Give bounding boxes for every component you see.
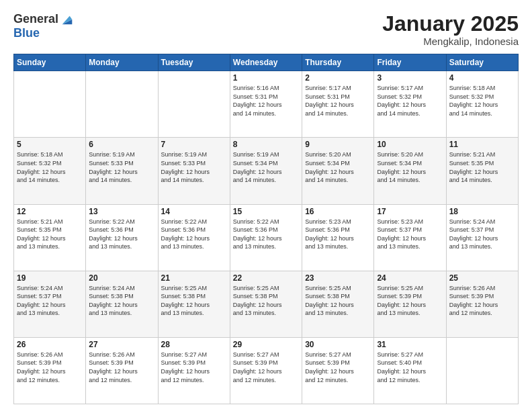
day-number: 24 (377, 273, 443, 283)
table-row: 7Sunrise: 5:19 AM Sunset: 5:33 PM Daylig… (158, 138, 230, 204)
table-row: 3Sunrise: 5:17 AM Sunset: 5:32 PM Daylig… (374, 71, 446, 138)
day-info: Sunrise: 5:17 AM Sunset: 5:32 PM Dayligh… (377, 84, 443, 118)
table-row: 20Sunrise: 5:24 AM Sunset: 5:38 PM Dayli… (86, 271, 158, 337)
table-row: 26Sunrise: 5:26 AM Sunset: 5:39 PM Dayli… (14, 337, 86, 404)
day-info: Sunrise: 5:24 AM Sunset: 5:37 PM Dayligh… (449, 218, 515, 251)
calendar-week-row: 5Sunrise: 5:18 AM Sunset: 5:32 PM Daylig… (14, 138, 519, 204)
day-number: 16 (305, 207, 371, 216)
day-info: Sunrise: 5:22 AM Sunset: 5:36 PM Dayligh… (89, 218, 154, 251)
day-number: 7 (161, 140, 227, 149)
logo-text: General Blue (13, 12, 75, 40)
table-row: 11Sunrise: 5:21 AM Sunset: 5:35 PM Dayli… (446, 138, 518, 204)
table-row: 13Sunrise: 5:22 AM Sunset: 5:36 PM Dayli… (86, 204, 158, 271)
day-info: Sunrise: 5:23 AM Sunset: 5:37 PM Dayligh… (377, 218, 443, 251)
day-number: 19 (17, 273, 83, 283)
day-info: Sunrise: 5:25 AM Sunset: 5:38 PM Dayligh… (161, 284, 227, 318)
day-number: 21 (161, 273, 227, 283)
calendar-week-row: 26Sunrise: 5:26 AM Sunset: 5:39 PM Dayli… (14, 337, 519, 404)
day-info: Sunrise: 5:20 AM Sunset: 5:34 PM Dayligh… (305, 150, 371, 184)
table-row: 31Sunrise: 5:27 AM Sunset: 5:40 PM Dayli… (374, 337, 446, 404)
table-row: 17Sunrise: 5:23 AM Sunset: 5:37 PM Dayli… (374, 204, 446, 271)
day-info: Sunrise: 5:23 AM Sunset: 5:36 PM Dayligh… (305, 218, 371, 251)
day-info: Sunrise: 5:25 AM Sunset: 5:38 PM Dayligh… (233, 284, 299, 318)
table-row: 22Sunrise: 5:25 AM Sunset: 5:38 PM Dayli… (230, 271, 302, 337)
day-info: Sunrise: 5:27 AM Sunset: 5:39 PM Dayligh… (233, 351, 299, 384)
calendar-title: January 2025 (382, 12, 519, 36)
table-row: 6Sunrise: 5:19 AM Sunset: 5:33 PM Daylig… (86, 138, 158, 204)
day-info: Sunrise: 5:18 AM Sunset: 5:32 PM Dayligh… (17, 150, 83, 184)
day-info: Sunrise: 5:27 AM Sunset: 5:39 PM Dayligh… (161, 351, 227, 384)
table-row: 24Sunrise: 5:25 AM Sunset: 5:39 PM Dayli… (374, 271, 446, 337)
table-row: 14Sunrise: 5:22 AM Sunset: 5:36 PM Dayli… (158, 204, 230, 271)
header: General Blue January 2025 Mengkalip, Ind… (13, 12, 519, 47)
day-info: Sunrise: 5:27 AM Sunset: 5:40 PM Dayligh… (377, 351, 443, 384)
header-tuesday: Tuesday (158, 54, 230, 71)
day-number: 15 (233, 207, 299, 216)
table-row: 2Sunrise: 5:17 AM Sunset: 5:31 PM Daylig… (302, 71, 374, 138)
day-info: Sunrise: 5:26 AM Sunset: 5:39 PM Dayligh… (449, 284, 515, 318)
day-info: Sunrise: 5:21 AM Sunset: 5:35 PM Dayligh… (449, 150, 515, 184)
day-number: 25 (449, 273, 515, 283)
page: General Blue January 2025 Mengkalip, Ind… (0, 0, 532, 411)
header-monday: Monday (86, 54, 158, 71)
table-row: 30Sunrise: 5:27 AM Sunset: 5:39 PM Dayli… (302, 337, 374, 404)
day-info: Sunrise: 5:22 AM Sunset: 5:36 PM Dayligh… (161, 218, 227, 251)
table-row: 5Sunrise: 5:18 AM Sunset: 5:32 PM Daylig… (14, 138, 86, 204)
weekday-header-row: Sunday Monday Tuesday Wednesday Thursday… (14, 54, 519, 71)
day-number: 13 (89, 207, 154, 216)
logo-blue: Blue (13, 27, 75, 40)
day-info: Sunrise: 5:27 AM Sunset: 5:39 PM Dayligh… (305, 351, 371, 384)
table-row: 23Sunrise: 5:25 AM Sunset: 5:38 PM Dayli… (302, 271, 374, 337)
day-number: 17 (377, 207, 443, 216)
table-row: 28Sunrise: 5:27 AM Sunset: 5:39 PM Dayli… (158, 337, 230, 404)
day-number: 1 (233, 73, 299, 83)
day-info: Sunrise: 5:19 AM Sunset: 5:33 PM Dayligh… (161, 150, 227, 184)
logo: General Blue (13, 12, 75, 40)
day-info: Sunrise: 5:19 AM Sunset: 5:34 PM Dayligh… (233, 150, 299, 184)
day-number: 9 (305, 140, 371, 149)
day-number: 20 (89, 273, 154, 283)
day-info: Sunrise: 5:25 AM Sunset: 5:39 PM Dayligh… (377, 284, 443, 318)
day-info: Sunrise: 5:17 AM Sunset: 5:31 PM Dayligh… (305, 84, 371, 118)
table-row: 8Sunrise: 5:19 AM Sunset: 5:34 PM Daylig… (230, 138, 302, 204)
day-number: 12 (17, 207, 83, 216)
table-row: 16Sunrise: 5:23 AM Sunset: 5:36 PM Dayli… (302, 204, 374, 271)
title-block: January 2025 Mengkalip, Indonesia (382, 12, 519, 47)
day-info: Sunrise: 5:24 AM Sunset: 5:38 PM Dayligh… (89, 284, 154, 318)
day-info: Sunrise: 5:26 AM Sunset: 5:39 PM Dayligh… (17, 351, 83, 384)
day-number: 10 (377, 140, 443, 149)
calendar-week-row: 19Sunrise: 5:24 AM Sunset: 5:37 PM Dayli… (14, 271, 519, 337)
day-number: 8 (233, 140, 299, 149)
day-number: 18 (449, 207, 515, 216)
table-row: 18Sunrise: 5:24 AM Sunset: 5:37 PM Dayli… (446, 204, 518, 271)
day-number: 4 (449, 73, 515, 83)
day-info: Sunrise: 5:21 AM Sunset: 5:35 PM Dayligh… (17, 218, 83, 251)
day-info: Sunrise: 5:19 AM Sunset: 5:33 PM Dayligh… (89, 150, 154, 184)
table-row (446, 337, 518, 404)
day-number: 14 (161, 207, 227, 216)
day-info: Sunrise: 5:24 AM Sunset: 5:37 PM Dayligh… (17, 284, 83, 318)
day-info: Sunrise: 5:25 AM Sunset: 5:38 PM Dayligh… (305, 284, 371, 318)
header-sunday: Sunday (14, 54, 86, 71)
table-row: 19Sunrise: 5:24 AM Sunset: 5:37 PM Dayli… (14, 271, 86, 337)
calendar-week-row: 1Sunrise: 5:16 AM Sunset: 5:31 PM Daylig… (14, 71, 519, 138)
day-number: 6 (89, 140, 154, 149)
calendar-week-row: 12Sunrise: 5:21 AM Sunset: 5:35 PM Dayli… (14, 204, 519, 271)
calendar-subtitle: Mengkalip, Indonesia (382, 36, 519, 47)
table-row: 10Sunrise: 5:20 AM Sunset: 5:34 PM Dayli… (374, 138, 446, 204)
day-number: 2 (305, 73, 371, 83)
logo-general: General (13, 13, 58, 26)
table-row: 29Sunrise: 5:27 AM Sunset: 5:39 PM Dayli… (230, 337, 302, 404)
day-number: 30 (305, 340, 371, 349)
day-number: 27 (89, 340, 154, 349)
header-thursday: Thursday (302, 54, 374, 71)
day-info: Sunrise: 5:20 AM Sunset: 5:34 PM Dayligh… (377, 150, 443, 184)
logo-icon (60, 12, 75, 27)
day-info: Sunrise: 5:16 AM Sunset: 5:31 PM Dayligh… (233, 84, 299, 118)
day-number: 28 (161, 340, 227, 349)
day-number: 26 (17, 340, 83, 349)
table-row (14, 71, 86, 138)
header-saturday: Saturday (446, 54, 518, 71)
day-info: Sunrise: 5:22 AM Sunset: 5:36 PM Dayligh… (233, 218, 299, 251)
calendar-table: Sunday Monday Tuesday Wednesday Thursday… (13, 54, 519, 404)
